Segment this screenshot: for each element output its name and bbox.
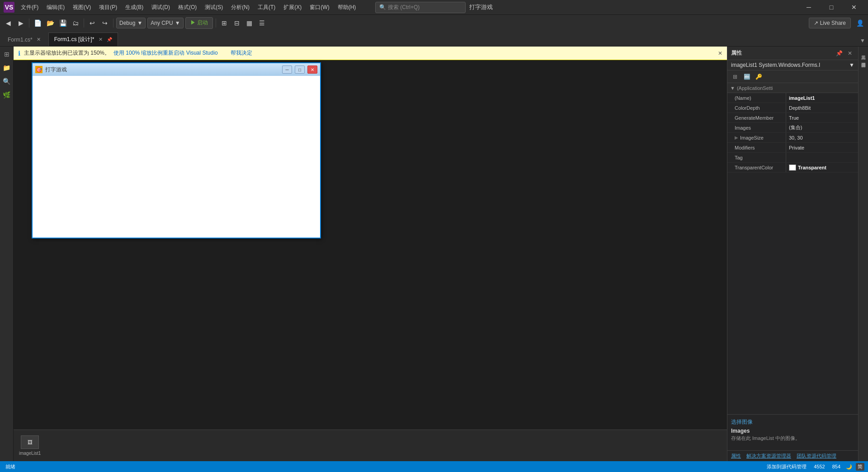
component-imagelist1[interactable]: 🖼 imageList1 (19, 435, 41, 456)
props-key-btn[interactable]: 🔑 (754, 72, 764, 82)
props-row-colordepth[interactable]: ColorDepth Depth8Bit (727, 103, 858, 113)
props-categorized-btn[interactable]: ⊞ (730, 72, 740, 82)
info-bar: ℹ 主显示器缩放比例已设置为 150%。 使用 100% 缩放比例重新启动 Vi… (14, 47, 727, 60)
properties-panel: 属性 📌 ✕ imageList1 System.Windows.Forms.I… (727, 47, 858, 461)
sidebar-icon-git[interactable]: 🌿 (1, 89, 13, 101)
props-link-team-explorer[interactable]: 团队资源代码管理 (797, 453, 836, 459)
props-alphabetical-btn[interactable]: 🔤 (742, 72, 752, 82)
form-close-button[interactable]: ✕ (307, 65, 317, 74)
run-button[interactable]: ▶ 启动 (185, 17, 213, 29)
liveshare-button[interactable]: ↗ Live Share (809, 18, 851, 28)
props-group-application[interactable]: ▼ (ApplicationSetti (727, 83, 858, 93)
props-footer-title[interactable]: 选择图像 (731, 418, 854, 426)
close-button[interactable]: ✕ (844, 0, 864, 14)
props-link-properties[interactable]: 属性 (731, 453, 741, 459)
minimize-button[interactable]: ─ (798, 0, 819, 14)
user-icon[interactable]: 👤 (854, 18, 865, 28)
props-close-button[interactable]: ✕ (845, 49, 854, 58)
form-body[interactable] (33, 76, 320, 238)
menu-build[interactable]: 生成(B) (122, 2, 147, 13)
props-row-name[interactable]: (Name) imageList1 (727, 93, 858, 103)
form-minimize-button[interactable]: ─ (282, 65, 292, 74)
sidebar-icon-toolbox[interactable]: ⊞ (1, 48, 13, 60)
menu-view[interactable]: 视图(V) (69, 2, 94, 13)
cpu-config-dropdown[interactable]: Any CPU ▼ (147, 18, 183, 28)
save-btn[interactable]: 💾 (57, 18, 68, 28)
menu-test[interactable]: 测试(S) (201, 2, 226, 13)
toolbar-misc1[interactable]: ⊞ (219, 18, 230, 28)
props-label-imagesize: ▶ ImageSize (727, 133, 786, 142)
props-row-images[interactable]: Images (集合) (727, 123, 858, 133)
props-value-name: imageList1 (786, 93, 858, 103)
undo-btn[interactable]: ↩ (87, 18, 98, 28)
props-value-modifiers: Private (786, 143, 858, 152)
cpu-config-label: Any CPU (151, 20, 173, 26)
save-all-btn[interactable]: 🗂 (70, 18, 81, 28)
info-link2[interactable]: 帮我决定 (231, 49, 252, 57)
props-row-transparentcolor[interactable]: TransparentColor Transparent (727, 163, 858, 173)
cpu-config-arrow: ▼ (175, 20, 180, 26)
props-label-transparentcolor: TransparentColor (727, 163, 786, 172)
props-object-selector[interactable]: imageList1 System.Windows.Forms.I ▼ (727, 60, 858, 70)
props-value-tag (786, 153, 858, 162)
search-box[interactable]: 🔍 搜索 (Ctrl+Q) (375, 2, 466, 13)
tab-form1-designer-close[interactable]: ✕ (97, 36, 104, 43)
props-row-generatemember[interactable]: GenerateMember True (727, 113, 858, 123)
status-col[interactable]: 4552 (812, 464, 826, 469)
vert-tab-toolbox[interactable]: 工具箱 (859, 48, 868, 56)
status-lang-icon[interactable]: 简 (856, 463, 864, 471)
toolbar-misc4[interactable]: ☰ (257, 18, 268, 28)
props-pin-button[interactable]: 📌 (835, 49, 844, 58)
imagelist1-icon: 🖼 (21, 435, 39, 449)
menu-debug[interactable]: 调试(D) (148, 2, 174, 13)
tab-bar: Form1.cs* ✕ Form1.cs [设计]* ✕ 📌 ▼ (0, 31, 868, 47)
sep3 (113, 19, 113, 28)
sidebar-icon-explorer[interactable]: 📁 (1, 62, 13, 74)
status-ready[interactable]: 就绪 (4, 463, 17, 470)
props-link-solution-explorer[interactable]: 解决方案资源管理器 (746, 453, 791, 459)
menu-tools[interactable]: 工具(T) (254, 2, 279, 13)
window-controls: ─ □ ✕ (798, 0, 864, 14)
menu-window[interactable]: 窗口(W) (306, 2, 333, 13)
right-vert-tabs: 工具箱 服务器资源管理器 (858, 47, 868, 461)
status-source-control[interactable]: 添加到源代码管理 (765, 463, 808, 470)
menu-file[interactable]: 文件(F) (17, 2, 42, 13)
tab-form1-cs-close[interactable]: ✕ (35, 36, 42, 43)
redo-btn[interactable]: ↪ (99, 18, 110, 28)
tab-dropdown-button[interactable]: ▼ (857, 35, 868, 46)
maximize-button[interactable]: □ (821, 0, 842, 14)
forward-btn[interactable]: ▶ (15, 18, 26, 28)
menu-analyze[interactable]: 分析(N) (227, 2, 253, 13)
form-window[interactable]: 🎯 打字游戏 ─ □ ✕ (32, 62, 321, 238)
props-row-imagesize[interactable]: ▶ ImageSize 30, 30 (727, 133, 858, 143)
tab-form1-designer[interactable]: Form1.cs [设计]* ✕ 📌 (48, 33, 118, 46)
props-table: ▼ (ApplicationSetti (Name) imageList1 Co… (727, 83, 858, 414)
new-file-btn[interactable]: 📄 (32, 18, 43, 28)
menu-format[interactable]: 格式(O) (175, 2, 200, 13)
debug-config-dropdown[interactable]: Debug ▼ (116, 18, 146, 28)
form-maximize-button[interactable]: □ (295, 65, 305, 74)
info-icon: ℹ (18, 50, 20, 57)
sep1 (29, 19, 29, 28)
status-theme-icon[interactable]: 🌙 (846, 464, 852, 470)
tab-form1-cs[interactable]: Form1.cs* ✕ (2, 33, 48, 46)
menu-help[interactable]: 帮助(H) (334, 2, 360, 13)
vert-tab-server-explorer[interactable]: 服务器资源管理器 (859, 56, 868, 63)
menu-extensions[interactable]: 扩展(X) (280, 2, 305, 13)
toolbar-misc2[interactable]: ⊟ (231, 18, 242, 28)
status-row[interactable]: 854 (830, 464, 842, 469)
props-row-modifiers[interactable]: Modifiers Private (727, 143, 858, 153)
props-value-colordepth: Depth8Bit (786, 103, 858, 112)
back-btn[interactable]: ◀ (3, 18, 14, 28)
props-row-tag[interactable]: Tag (727, 153, 858, 163)
menu-edit[interactable]: 编辑(E) (43, 2, 68, 13)
props-object-dropdown[interactable]: ▼ (849, 62, 854, 68)
sidebar-icon-search[interactable]: 🔍 (1, 75, 13, 87)
info-close-button[interactable]: ✕ (718, 50, 722, 56)
tab-pin-icon[interactable]: 📌 (107, 37, 112, 42)
info-link1[interactable]: 使用 100% 缩放比例重新启动 Visual Studio (113, 49, 218, 57)
menu-project[interactable]: 项目(P) (95, 2, 121, 13)
left-sidebar: ⊞ 📁 🔍 🌿 (0, 47, 14, 461)
toolbar-misc3[interactable]: ▦ (244, 18, 255, 28)
open-btn[interactable]: 📂 (45, 18, 56, 28)
